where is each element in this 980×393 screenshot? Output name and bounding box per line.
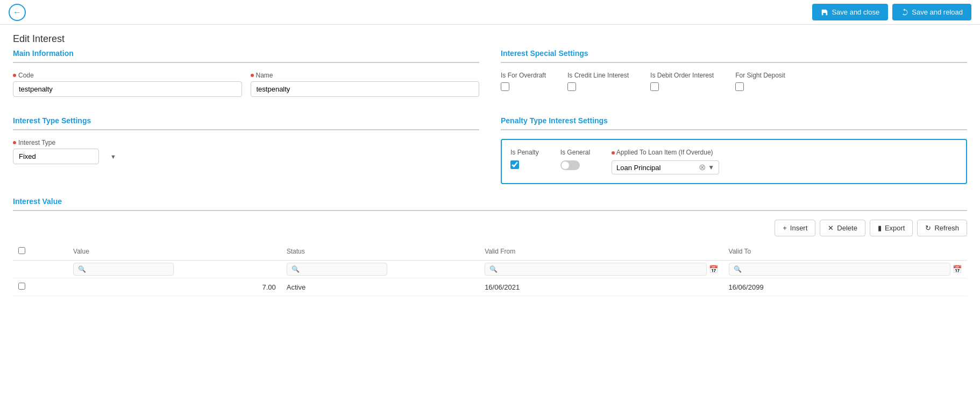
code-required-dot xyxy=(13,74,16,77)
delete-label: Delete xyxy=(837,224,857,232)
save-icon xyxy=(821,9,828,16)
value-search-icon: 🔍 xyxy=(78,265,86,273)
applied-to-loan-item-input[interactable] xyxy=(616,164,697,172)
select-all-checkbox[interactable] xyxy=(18,247,25,254)
for-sight-deposit-group: For Sight Deposit xyxy=(735,72,785,91)
cell-valid-to: 16/06/2099 xyxy=(723,278,967,296)
applied-to-loan-item-wrapper: ⊗ ▼ xyxy=(612,160,719,174)
is-penalty-checkbox[interactable] xyxy=(510,160,519,169)
column-header-status: Status xyxy=(281,243,479,261)
is-credit-line-group: Is Credit Line Interest xyxy=(567,72,629,91)
reload-icon xyxy=(901,9,908,16)
applied-to-loan-item-label: Applied To Loan Item (If Overdue) xyxy=(612,149,957,156)
interest-value-section: Interest Value + Insert ✕ Delete ▮ Expor… xyxy=(13,197,967,296)
column-header-valid-to: Valid To xyxy=(723,243,967,261)
name-label: Name xyxy=(251,72,480,79)
interest-type-group: Interest Type Fixed Variable ▼ xyxy=(13,139,120,164)
code-input[interactable] xyxy=(13,81,242,97)
main-content: Main Information Code Name Interest Spec… xyxy=(0,49,980,322)
interest-type-settings-section: Interest Type Settings Interest Type Fix… xyxy=(13,116,479,184)
name-group: Name xyxy=(251,72,480,97)
is-general-toggle[interactable] xyxy=(560,160,580,170)
is-for-overdraft-label: Is For Overdraft xyxy=(501,72,546,79)
refresh-label: Refresh xyxy=(934,224,959,232)
is-credit-line-checkbox[interactable] xyxy=(567,82,576,91)
column-header-valid-from: Valid From xyxy=(479,243,723,261)
save-and-close-button[interactable]: Save and close xyxy=(812,4,888,20)
code-group: Code xyxy=(13,72,242,97)
table-header-row: Value Status Valid From Valid To xyxy=(13,243,967,261)
interest-special-settings-section: Interest Special Settings Is For Overdra… xyxy=(501,49,967,103)
interest-type-select[interactable]: Fixed Variable xyxy=(13,149,99,164)
is-for-overdraft-group: Is For Overdraft xyxy=(501,72,546,91)
valid-from-calendar-icon[interactable]: 📅 xyxy=(709,265,718,273)
is-debit-order-label: Is Debit Order Interest xyxy=(650,72,714,79)
table-filter-row: 🔍 🔍 xyxy=(13,261,967,278)
is-credit-line-label: Is Credit Line Interest xyxy=(567,72,629,79)
value-search-input[interactable] xyxy=(88,265,169,273)
is-penalty-label: Is Penalty xyxy=(510,149,539,156)
interest-type-select-wrapper: Fixed Variable ▼ xyxy=(13,149,120,164)
penalty-box: Is Penalty Is General Applied To Loan It… xyxy=(501,139,967,184)
main-information-section: Main Information Code Name xyxy=(13,49,479,103)
back-button[interactable]: ← xyxy=(9,4,26,21)
status-search-wrapper: 🔍 xyxy=(287,263,387,276)
interest-type-label: Interest Type xyxy=(13,139,120,146)
page-title: Edit Interest xyxy=(0,25,980,49)
is-general-field: Is General xyxy=(560,149,590,170)
valid-to-search-wrapper: 🔍 xyxy=(729,263,950,276)
valid-from-search-input[interactable] xyxy=(500,265,701,273)
cell-value: 7.00 xyxy=(68,278,281,296)
interest-special-settings-title: Interest Special Settings xyxy=(501,49,967,63)
interest-value-title: Interest Value xyxy=(13,197,967,211)
delete-button[interactable]: ✕ Delete xyxy=(820,220,865,236)
status-search-icon: 🔍 xyxy=(292,265,300,273)
table-body: 7.00 Active 16/06/2021 16/06/2099 xyxy=(13,278,967,296)
cell-valid-from: 16/06/2021 xyxy=(479,278,723,296)
interest-type-settings-title: Interest Type Settings xyxy=(13,116,479,130)
applied-dropdown-button[interactable]: ▼ xyxy=(708,164,714,171)
valid-to-calendar-icon[interactable]: 📅 xyxy=(953,265,962,273)
interest-type-required-dot xyxy=(13,141,16,144)
main-information-title: Main Information xyxy=(13,49,479,63)
table-toolbar: + Insert ✕ Delete ▮ Export ↻ Refresh xyxy=(13,220,967,236)
code-label: Code xyxy=(13,72,242,79)
valid-to-search-icon: 🔍 xyxy=(734,265,742,273)
table-row: 7.00 Active 16/06/2021 16/06/2099 xyxy=(13,278,967,296)
valid-from-search-icon: 🔍 xyxy=(489,265,498,273)
insert-button[interactable]: + Insert xyxy=(775,220,815,236)
is-debit-order-checkbox[interactable] xyxy=(650,82,659,91)
name-required-dot xyxy=(251,74,254,77)
export-label: Export xyxy=(885,224,905,232)
code-name-row: Code Name xyxy=(13,72,479,97)
valid-from-filter-wrapper: 🔍 📅 xyxy=(485,263,718,276)
refresh-button[interactable]: ↻ Refresh xyxy=(917,220,967,236)
top-bar-left: ← xyxy=(9,4,26,21)
is-debit-order-group: Is Debit Order Interest xyxy=(650,72,714,91)
top-bar-right: Save and close Save and reload xyxy=(812,4,971,20)
refresh-icon: ↻ xyxy=(925,224,931,232)
save-and-reload-button[interactable]: Save and reload xyxy=(892,4,971,20)
save-and-reload-label: Save and reload xyxy=(912,8,963,16)
is-for-overdraft-checkbox[interactable] xyxy=(501,82,509,91)
status-search-input[interactable] xyxy=(302,265,382,273)
valid-to-search-input[interactable] xyxy=(744,265,946,273)
applied-to-loan-item-field: Applied To Loan Item (If Overdue) ⊗ ▼ xyxy=(612,149,957,174)
for-sight-deposit-checkbox[interactable] xyxy=(735,82,744,91)
column-header-value: Value xyxy=(68,243,281,261)
select-arrow-icon: ▼ xyxy=(110,153,116,160)
row-checkbox[interactable] xyxy=(18,283,25,290)
applied-required-dot xyxy=(612,151,615,155)
x-icon: ✕ xyxy=(828,224,834,232)
name-input[interactable] xyxy=(251,81,480,97)
applied-clear-button[interactable]: ⊗ xyxy=(699,163,706,172)
value-search-wrapper: 🔍 xyxy=(73,263,174,276)
interest-value-table: Value Status Valid From Valid To 🔍 xyxy=(13,243,967,296)
export-button[interactable]: ▮ Export xyxy=(870,220,913,236)
status-filter-wrapper: 🔍 xyxy=(287,263,474,276)
value-filter-wrapper: 🔍 xyxy=(73,263,276,276)
is-penalty-field: Is Penalty xyxy=(510,149,539,169)
save-and-close-label: Save and close xyxy=(832,8,879,16)
valid-to-filter-wrapper: 🔍 📅 xyxy=(729,263,962,276)
penalty-type-settings-title: Penalty Type Interest Settings xyxy=(501,116,967,130)
